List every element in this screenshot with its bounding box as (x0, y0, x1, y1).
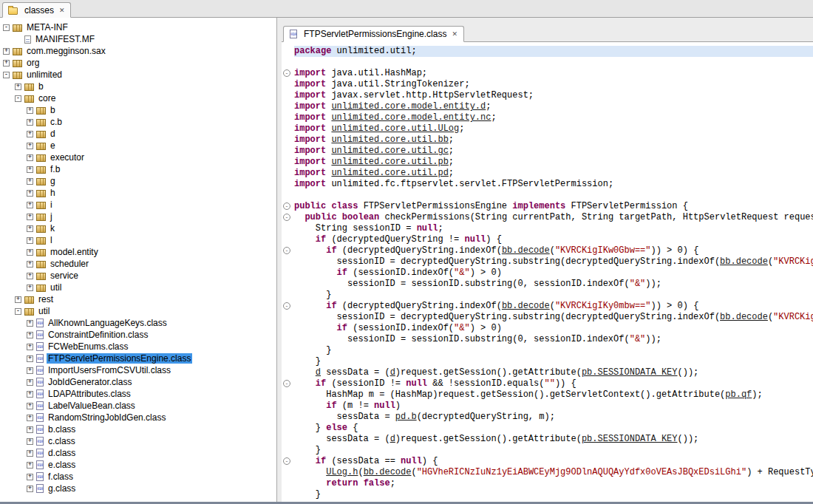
fold-collapse-icon[interactable]: - (283, 214, 290, 221)
tree-item-b[interactable]: +b (0, 104, 276, 116)
code-link[interactable]: d (390, 367, 395, 378)
expand-expander-icon[interactable]: + (27, 415, 33, 421)
tree-item-rest[interactable]: +rest (0, 293, 276, 305)
tree-item-constraintdefinition-class[interactable]: +ConstraintDefinition.class (0, 329, 276, 341)
code-link[interactable]: unlimited.core.util.bb (331, 134, 448, 145)
expand-expander-icon[interactable]: + (27, 119, 33, 126)
expand-expander-icon[interactable]: + (27, 249, 33, 256)
fold-collapse-icon[interactable]: - (283, 69, 290, 77)
tree-item-util[interactable]: +util (0, 282, 276, 293)
tree-item-util[interactable]: -util (0, 305, 276, 317)
close-icon[interactable]: ✕ (59, 7, 65, 14)
expand-expander-icon[interactable]: + (27, 450, 33, 457)
tree-item-k[interactable]: +k (0, 222, 276, 234)
tree-item-randomstringjobidgen-class[interactable]: +RandomStringJobIdGen.class (0, 412, 276, 423)
tree-item-fcwebenums-class[interactable]: +FCWebEnums.class (0, 341, 276, 353)
tree-item-com-megginson-sax[interactable]: +com.megginson.sax (0, 45, 276, 57)
tree-item-d[interactable]: +d (0, 128, 276, 140)
code-link[interactable]: unlimited.core.util.gc (331, 146, 448, 156)
code-link[interactable]: d (316, 367, 321, 378)
tree-item-service[interactable]: +service (0, 270, 276, 282)
code-link[interactable]: d (390, 434, 395, 444)
expand-expander-icon[interactable]: + (27, 391, 33, 398)
expand-expander-icon[interactable]: + (27, 225, 33, 232)
tree-item-g-class[interactable]: +g.class (0, 483, 276, 494)
collapse-expander-icon[interactable]: - (15, 308, 21, 315)
tree-item-j[interactable]: +j (0, 211, 276, 222)
code-link[interactable]: bb.decode (502, 245, 550, 256)
tree-item-e-class[interactable]: +e.class (0, 459, 276, 471)
code-link[interactable]: unlimited.core.util.pb (331, 157, 448, 167)
collapse-expander-icon[interactable]: - (3, 72, 10, 78)
tab-ftpservletpermissionsengine-class[interactable]: FTPServletPermissionsEngine.class ✕ (283, 26, 464, 42)
expand-expander-icon[interactable]: + (27, 190, 33, 197)
expand-expander-icon[interactable]: + (15, 84, 21, 90)
tree-item-c-b[interactable]: +c.b (0, 116, 276, 128)
code-view[interactable]: package unlimited.util;-import java.util… (282, 42, 813, 502)
code-link[interactable]: pb.SESSIONDATA_KEY (582, 434, 678, 444)
expand-expander-icon[interactable]: + (27, 237, 33, 244)
expand-expander-icon[interactable]: + (27, 178, 33, 185)
tree-item-importusersfromcsvutil-class[interactable]: +ImportUsersFromCSVUtil.class (0, 364, 276, 376)
expand-expander-icon[interactable]: + (27, 355, 33, 362)
expand-expander-icon[interactable]: + (15, 296, 21, 303)
expand-expander-icon[interactable]: + (27, 166, 33, 173)
close-icon[interactable]: ✕ (452, 30, 457, 38)
fold-collapse-icon[interactable]: - (283, 457, 290, 465)
code-link[interactable]: unlimited.core.util.ULog (331, 123, 459, 134)
code-link[interactable]: bb.decode (720, 256, 768, 267)
tree-item-meta-inf[interactable]: -META-INF (0, 21, 276, 33)
expand-expander-icon[interactable]: + (27, 131, 33, 137)
code-link[interactable]: pb.SESSIONDATA_KEY (582, 367, 678, 378)
tree-item-l[interactable]: +l (0, 234, 276, 246)
code-link[interactable]: pb.qf (725, 389, 752, 400)
expand-expander-icon[interactable]: + (27, 403, 33, 409)
expand-expander-icon[interactable]: + (27, 214, 33, 220)
tree-item-h[interactable]: +h (0, 187, 276, 199)
tree-item-core[interactable]: -core (0, 92, 276, 104)
expand-expander-icon[interactable]: + (27, 332, 33, 338)
expand-expander-icon[interactable]: + (27, 202, 33, 208)
code-link[interactable]: pd.b (395, 412, 417, 422)
expand-expander-icon[interactable]: + (27, 486, 33, 492)
tree-item-org[interactable]: +org (0, 57, 276, 69)
expand-expander-icon[interactable]: + (27, 426, 33, 433)
expand-expander-icon[interactable]: + (27, 107, 33, 114)
tree-item-f-b[interactable]: +f.b (0, 163, 276, 175)
expand-expander-icon[interactable]: + (27, 344, 33, 350)
tree-item-ftpservletpermissionsengine-class[interactable]: +FTPServletPermissionsEngine.class (0, 353, 276, 364)
tree-item-model-entity[interactable]: +model.entity (0, 246, 276, 258)
expand-expander-icon[interactable]: + (3, 48, 10, 55)
expand-expander-icon[interactable]: + (27, 379, 33, 386)
tree-item-c-class[interactable]: +c.class (0, 435, 276, 447)
tree-item-b[interactable]: +b (0, 81, 276, 92)
code-link[interactable]: ULog.h (326, 467, 358, 477)
tree-item-manifest-mf[interactable]: MANIFEST.MF (0, 33, 276, 45)
tree-item-scheduler[interactable]: +scheduler (0, 258, 276, 270)
collapse-expander-icon[interactable]: - (15, 95, 21, 102)
collapse-expander-icon[interactable]: - (3, 24, 10, 31)
expand-expander-icon[interactable]: + (27, 474, 33, 480)
expand-expander-icon[interactable]: + (27, 273, 33, 279)
tree-item-g[interactable]: +g (0, 175, 276, 187)
code-link[interactable]: bb.decode (720, 312, 768, 322)
tree-item-f-class[interactable]: +f.class (0, 471, 276, 483)
tree-item-e[interactable]: +e (0, 140, 276, 151)
tree-item-jobidgenerator-class[interactable]: +JobIdGenerator.class (0, 376, 276, 388)
expand-expander-icon[interactable]: + (27, 367, 33, 374)
fold-collapse-icon[interactable]: - (283, 202, 290, 210)
code-link[interactable]: bb.decode (364, 467, 412, 477)
expand-expander-icon[interactable]: + (27, 261, 33, 268)
tree-item-allknownlanguagekeys-class[interactable]: +AllKnownLanguageKeys.class (0, 317, 276, 329)
expand-expander-icon[interactable]: + (27, 154, 33, 161)
expand-expander-icon[interactable]: + (27, 462, 33, 469)
expand-expander-icon[interactable]: + (27, 143, 33, 149)
fold-collapse-icon[interactable]: - (283, 380, 290, 387)
tree-item-ldapattributes-class[interactable]: +LDAPAttributes.class (0, 388, 276, 400)
expand-expander-icon[interactable]: + (27, 285, 33, 291)
expand-expander-icon[interactable]: + (27, 438, 33, 445)
fold-collapse-icon[interactable]: - (283, 302, 290, 310)
code-link[interactable]: unlimited.core.model.entity.nc (331, 112, 491, 123)
tree-item-d-class[interactable]: +d.class (0, 447, 276, 459)
expand-expander-icon[interactable]: + (3, 60, 10, 67)
